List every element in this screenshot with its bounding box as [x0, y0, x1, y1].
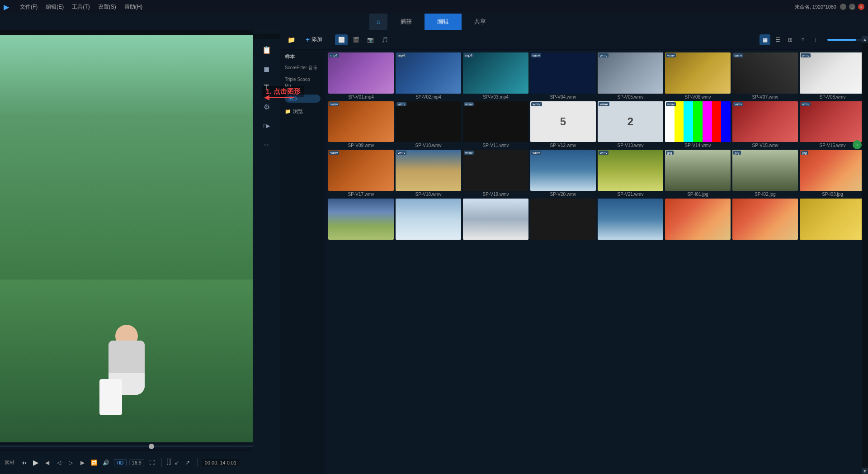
scroll-track[interactable] — [862, 43, 868, 468]
media-item-22[interactable]: jpg SP-I02.jpg — [732, 150, 798, 197]
menu-settings[interactable]: 设置(S) — [94, 2, 120, 12]
thumb-label-16: SP-V17.wmv — [328, 192, 394, 197]
quality-button[interactable]: HD — [114, 459, 127, 466]
fullscreen-button[interactable]: ⛶ — [147, 458, 157, 468]
media-item-12[interactable]: 2 wmv SP-V13.wmv — [598, 101, 663, 148]
sample-triplescoop[interactable]: Triple Scoop Mu... — [280, 74, 325, 92]
media-item-3[interactable]: wmv SP-V04.wmv — [530, 52, 596, 100]
media-item-31[interactable] — [800, 199, 865, 241]
scrubber-thumb[interactable] — [149, 444, 154, 449]
tool-media[interactable]: 📋 — [258, 42, 276, 58]
media-item-11[interactable]: 5 wmv SP-V12.wmv — [530, 101, 596, 148]
view-large-thumb[interactable]: ▦ — [760, 34, 770, 45]
next-button[interactable]: ▷ — [66, 458, 76, 468]
media-item-1[interactable]: mp4 SP-V02.mp4 — [396, 52, 461, 100]
media-item-20[interactable]: wmv SP-V21.wmv — [598, 150, 663, 197]
prev-button[interactable]: ◁ — [54, 458, 64, 468]
loop-button[interactable]: 🔁 — [90, 458, 99, 468]
close-button[interactable]: × — [858, 4, 864, 10]
filter-video[interactable]: 🎬 — [349, 34, 362, 45]
view-detail[interactable]: ≡ — [797, 34, 808, 45]
media-scrollbar: ▲ ▼ — [862, 36, 868, 474]
tool-fx[interactable]: ◼ — [258, 61, 276, 77]
add-indicator[interactable]: + — [853, 140, 862, 149]
media-item-9[interactable]: wmv SP-V10.wmv — [396, 101, 461, 148]
prev-frame-button[interactable]: ◀ — [42, 458, 52, 468]
next-frame-button[interactable]: ▶ — [78, 458, 88, 468]
media-item-24[interactable] — [328, 199, 394, 241]
media-item-30[interactable] — [732, 199, 798, 241]
sort-button[interactable]: ↕ — [810, 34, 821, 45]
view-list[interactable]: ☰ — [772, 34, 783, 45]
media-item-18[interactable]: wmv SP-V19.wmv — [463, 150, 528, 197]
browse-label: 📁 浏览 — [285, 108, 321, 115]
media-item-2[interactable]: mp4 SP-V03.mp4 — [463, 52, 528, 100]
preview-scrubber[interactable] — [0, 442, 253, 450]
clip-start-button[interactable]: ↙ — [172, 458, 182, 468]
media-item-10[interactable]: wmv SP-V11.wmv — [463, 101, 528, 148]
bracket-open-button[interactable]: [ — [166, 458, 168, 468]
clip-end-button[interactable]: ↗ — [183, 458, 193, 468]
text-icon: T — [264, 83, 269, 93]
minimize-button[interactable]: − — [840, 4, 846, 10]
media-item-28[interactable] — [598, 199, 663, 241]
media-item-16[interactable]: wmv SP-V17.wmv — [328, 150, 394, 197]
tools-panel: · · · · · 📋 ◼ T ⚙ F▶ ↔ — [253, 30, 280, 474]
media-item-6[interactable]: wmv SP-V07.wmv — [732, 52, 798, 100]
add-button[interactable]: + 添加 — [302, 34, 326, 46]
item-label: 素材- — [5, 459, 16, 466]
menu-edit[interactable]: 编辑(E) — [42, 2, 67, 12]
sample-name-1: ScoreFitter 音乐 — [285, 65, 321, 71]
main-area: · · · · · · · · — [0, 30, 868, 474]
opacity-track[interactable] — [827, 39, 863, 41]
media-item-17[interactable]: wmv SP-V18.wmv — [396, 150, 461, 197]
home-button[interactable]: ⌂ — [369, 14, 387, 30]
folder-graphics[interactable]: 图形 — [285, 95, 321, 103]
preview-drag-handle[interactable]: · · · · · · · · — [0, 30, 253, 35]
thumb-image-16: wmv — [328, 150, 394, 191]
filter-all[interactable]: ⬜ — [335, 34, 348, 45]
filter-photo[interactable]: 📷 — [364, 34, 377, 45]
media-item-27[interactable] — [530, 199, 596, 241]
thumb-label-4: SP-V05.wmv — [598, 95, 663, 100]
media-item-29[interactable] — [665, 199, 731, 241]
media-item-19[interactable]: wmv SP-V20.wmv — [530, 150, 596, 197]
media-item-23[interactable]: jpg SP-I03.jpg — [800, 150, 865, 197]
menu-help[interactable]: 帮助(H) — [121, 2, 146, 12]
scroll-down-button[interactable]: ▼ — [862, 468, 868, 474]
media-item-14[interactable]: wmv SP-V15.wmv — [732, 101, 798, 148]
media-item-13[interactable]: wmv SP-V14.wmv — [665, 101, 731, 148]
sample-scorefitter[interactable]: ScoreFitter 音乐 — [280, 62, 325, 74]
media-item-21[interactable]: jpg SP-I01.jpg — [665, 150, 731, 197]
play-button[interactable]: ▶ — [31, 458, 41, 468]
thumb-image-11: 5 wmv — [530, 101, 596, 142]
media-item-8[interactable]: wmv SP-V09.wmv — [328, 101, 394, 148]
view-small-thumb[interactable]: ⊞ — [785, 34, 796, 45]
tab-capture[interactable]: 捕获 — [387, 14, 425, 30]
media-item-4[interactable]: wmv SP-V05.wmv — [598, 52, 663, 100]
menu-file[interactable]: 文件(F) — [16, 2, 41, 12]
tool-transition[interactable]: F▶ — [258, 118, 276, 134]
tool-overlay[interactable]: ⚙ — [258, 99, 276, 115]
media-item-7[interactable]: wmv SP-V08.wmv — [800, 52, 865, 100]
bracket-close-button[interactable]: ] — [169, 458, 171, 468]
goto-start-button[interactable]: ⏮ — [19, 458, 29, 468]
maximize-button[interactable]: □ — [849, 4, 855, 10]
media-folder-icon[interactable]: 📁 — [285, 33, 297, 46]
media-item-5[interactable]: wmv SP-V06.wmv — [665, 52, 731, 100]
media-item-0[interactable]: mp4 SP-V01.mp4 — [328, 52, 394, 100]
media-item-25[interactable] — [396, 199, 461, 241]
aspect-button[interactable]: 16:9 — [129, 459, 144, 466]
tab-edit[interactable]: 编辑 — [425, 14, 462, 30]
tab-share[interactable]: 共享 — [462, 14, 499, 30]
media-item-26[interactable] — [463, 199, 528, 241]
filter-audio[interactable]: 🎵 — [378, 34, 391, 45]
volume-button[interactable]: 🔊 — [101, 458, 111, 468]
menu-tools[interactable]: 工具(T) — [68, 2, 93, 12]
thumb-image-17: wmv — [396, 150, 461, 191]
scroll-up-button[interactable]: ▲ — [862, 36, 868, 43]
scrubber-track[interactable] — [0, 446, 253, 447]
browse-item[interactable]: 📁 浏览 — [280, 105, 325, 118]
tool-text[interactable]: T — [258, 80, 276, 96]
tool-motion[interactable]: ↔ — [258, 137, 276, 153]
